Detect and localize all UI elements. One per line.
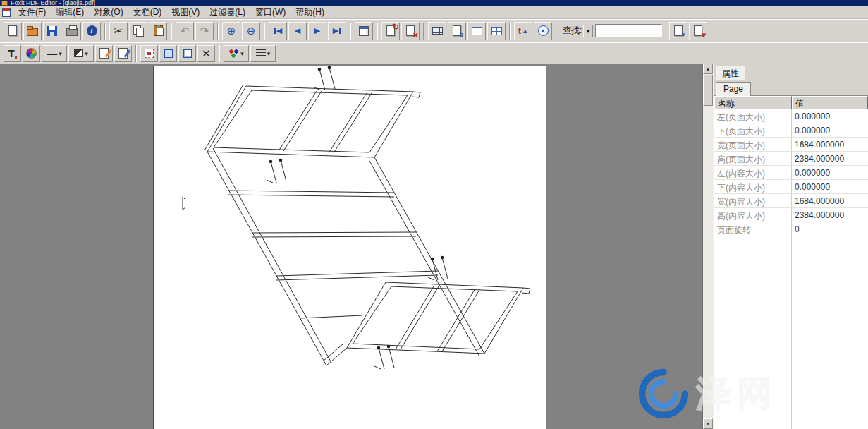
color-wheel-button[interactable] — [23, 45, 40, 62]
menu-edit[interactable]: 编辑(E) — [51, 5, 89, 20]
prev-page-button[interactable]: ◀ — [288, 22, 307, 40]
property-row[interactable]: 宽(页面大小) 1684.000000 — [714, 138, 868, 152]
zoom-out-button[interactable]: ⊖ — [242, 22, 260, 40]
info-button[interactable]: i — [82, 22, 101, 40]
scale-object-button[interactable] — [178, 45, 196, 62]
page-thumbnails-button[interactable] — [355, 22, 373, 40]
property-row[interactable]: 下(内容大小) 0.000000 — [714, 180, 868, 194]
document-icon[interactable] — [2, 8, 11, 17]
scroll-track[interactable] — [703, 107, 713, 418]
next-page-button[interactable]: ▶ — [308, 22, 326, 40]
first-page-button[interactable]: ◀ — [269, 22, 287, 40]
scroll-thumb[interactable] — [703, 75, 713, 106]
separator — [219, 45, 220, 62]
toolbar-objects: T —▾ ▾ ✕ ▾ ▾ — [0, 42, 868, 64]
find-dropdown-button[interactable]: ▾ — [583, 25, 593, 37]
undo-button[interactable]: ↶ — [176, 22, 194, 40]
fill-tool-button[interactable]: ▾ — [68, 45, 94, 62]
text-tool-button[interactable]: T — [4, 45, 21, 62]
save-floppy-icon — [47, 26, 57, 36]
text-view-button[interactable]: a — [448, 22, 466, 40]
property-value[interactable]: 0.000000 — [792, 109, 868, 123]
property-row[interactable]: 左(页面大小) 0.000000 — [714, 109, 868, 123]
split-view-button[interactable] — [467, 22, 486, 40]
last-page-button[interactable]: ▶ — [328, 22, 346, 40]
scroll-up-button[interactable]: ▲ — [703, 64, 713, 74]
new-button[interactable] — [4, 22, 22, 40]
property-value[interactable]: 2384.000000 — [792, 152, 868, 166]
cut-button[interactable]: ✂ — [109, 22, 128, 40]
search-document-button[interactable]: ▾ — [669, 22, 687, 40]
grid-icon — [432, 27, 443, 35]
prev-page-icon: ◀ — [295, 26, 300, 35]
property-name: 下(页面大小) — [714, 123, 792, 138]
tab-page[interactable]: Page — [716, 82, 751, 97]
search-mark-icon: ▾ — [682, 32, 685, 38]
palette-icon — [228, 49, 239, 58]
column-header-value[interactable]: 值 — [792, 96, 868, 109]
palette-button[interactable]: ▾ — [224, 45, 249, 62]
scroll-down-button[interactable]: ▼ — [703, 418, 713, 429]
find-label: 查找: — [563, 25, 582, 37]
column-header-name[interactable]: 名称 — [714, 96, 792, 109]
goto-button[interactable]: ▲ — [534, 22, 552, 40]
property-value[interactable]: 0 — [792, 222, 868, 236]
split-view-icon — [472, 27, 482, 35]
property-name: 宽(页面大小) — [714, 138, 792, 152]
find-group: 查找: ▾ — [563, 24, 662, 37]
cut-icon: ✂ — [114, 25, 123, 37]
property-row[interactable]: 高(页面大小) 2384.000000 — [714, 152, 868, 166]
open-folder-icon — [27, 28, 38, 36]
search-next-button[interactable]: ▾ — [689, 22, 707, 40]
rotate-pages-button[interactable]: ↻ — [381, 22, 400, 40]
menu-view[interactable]: 视图(V) — [166, 5, 204, 20]
property-value[interactable]: 0.000000 — [792, 123, 868, 138]
menu-file[interactable]: 文件(F) — [13, 5, 51, 20]
property-value[interactable]: 1684.000000 — [792, 138, 868, 152]
goto-icon: ▲ — [538, 25, 549, 36]
find-input[interactable] — [595, 24, 662, 37]
zoom-in-button[interactable]: ⊕ — [222, 22, 240, 40]
grid-view-button[interactable] — [428, 22, 446, 40]
edit-page-button[interactable] — [114, 45, 132, 62]
line-tool-button[interactable]: —▾ — [42, 45, 67, 62]
pattern-button[interactable]: ▾ — [250, 45, 276, 62]
edit-content-button[interactable] — [95, 45, 113, 62]
select-area-button[interactable] — [140, 45, 158, 62]
tools-button[interactable]: ✕ — [197, 45, 215, 62]
property-value[interactable]: 0.000000 — [792, 166, 868, 180]
menu-window[interactable]: 窗口(W) — [250, 5, 291, 20]
edit-content-icon — [99, 48, 109, 59]
copy-button[interactable] — [129, 22, 147, 40]
menu-help[interactable]: 帮助(H) — [291, 5, 329, 20]
separator — [171, 23, 172, 40]
property-row[interactable]: 页面旋转 0 — [714, 222, 868, 236]
property-value[interactable]: 0.000000 — [792, 180, 868, 194]
property-row[interactable]: 高(内容大小) 2384.000000 — [714, 208, 868, 222]
property-name: 宽(内容大小) — [714, 194, 792, 208]
property-value[interactable]: 2384.000000 — [792, 208, 868, 222]
vertical-scrollbar[interactable]: ▲ ▼ — [702, 64, 713, 429]
pattern-icon — [256, 49, 266, 57]
properties-panel-tab[interactable]: 属性 — [716, 66, 745, 82]
menu-object[interactable]: 对象(O) — [89, 5, 128, 20]
pdf-page[interactable] — [153, 66, 546, 429]
property-row[interactable]: 下(页面大小) 0.000000 — [714, 123, 868, 138]
save-button[interactable] — [43, 22, 61, 40]
print-button[interactable] — [63, 22, 81, 40]
property-row[interactable]: 左(内容大小) 0.000000 — [714, 166, 868, 180]
redo-button[interactable]: ↷ — [195, 22, 214, 40]
property-value[interactable]: 1684.000000 — [792, 194, 868, 208]
delete-pages-button[interactable]: × — [401, 22, 420, 40]
insert-text-button[interactable]: t▲ — [514, 22, 532, 40]
properties-tab-row: Page — [714, 80, 868, 96]
menu-filter[interactable]: 过滤器(L) — [204, 5, 250, 20]
tile-view-button[interactable] — [487, 22, 506, 40]
paste-icon — [154, 25, 163, 36]
document-canvas[interactable] — [0, 64, 702, 429]
open-button[interactable] — [23, 22, 42, 40]
menu-document[interactable]: 文档(D) — [128, 5, 167, 20]
property-row[interactable]: 宽(内容大小) 1684.000000 — [714, 194, 868, 208]
rotate-object-button[interactable] — [159, 45, 177, 62]
paste-button[interactable] — [149, 22, 167, 40]
